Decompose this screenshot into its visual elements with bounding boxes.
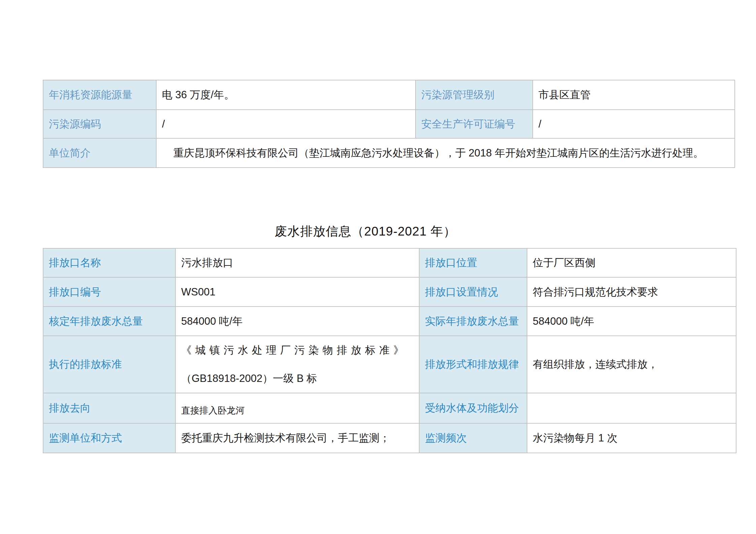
label-outlet-setup-status: 排放口设置情况	[419, 277, 527, 307]
value-annual-resource-energy-consumption: 电 36 万度/年。	[156, 80, 416, 110]
value-receiving-water-body-and-function	[527, 393, 736, 423]
value-pollution-source-management-level: 市县区直管	[533, 80, 735, 110]
wastewater-discharge-section-title: 废水排放信息（2019-2021 年）	[0, 223, 731, 240]
value-discharge-standard: 《城镇污水处理厂污染物排放标准》 （GB18918-2002）一级 B 标	[175, 336, 419, 393]
value-monitoring-frequency: 水污染物每月 1 次	[527, 423, 736, 453]
label-safety-production-license-number: 安全生产许可证编号	[416, 110, 533, 138]
label-discharge-standard: 执行的排放标准	[43, 336, 175, 393]
table-row: 监测单位和方式 委托重庆九升检测技术有限公司，手工监测； 监测频次 水污染物每月…	[43, 423, 736, 453]
table-row: 单位简介 重庆昆顶环保科技有限公司（垫江城南应急污水处理设备），于 2018 年…	[43, 138, 735, 168]
value-safety-production-license-number: /	[533, 110, 735, 138]
label-pollution-source-management-level: 污染源管理级别	[416, 80, 533, 110]
wastewater-discharge-table: 排放口名称 污水排放口 排放口位置 位于厂区西侧 排放口编号 WS001 排放口…	[43, 248, 736, 453]
value-unit-introduction: 重庆昆顶环保科技有限公司（垫江城南应急污水处理设备），于 2018 年开始对垫江…	[156, 138, 735, 168]
value-discharge-destination: 直接排入卧龙河	[175, 393, 419, 423]
value-outlet-number: WS001	[175, 277, 419, 307]
value-outlet-location: 位于厂区西侧	[527, 248, 736, 277]
table-row: 污染源编码 / 安全生产许可证编号 /	[43, 110, 735, 138]
value-monitoring-unit-and-method: 委托重庆九升检测技术有限公司，手工监测；	[175, 423, 419, 453]
label-receiving-water-body-and-function: 受纳水体及功能划分	[419, 393, 527, 423]
discharge-standard-name: 《城镇污水处理厂污染物排放标准》	[181, 343, 416, 357]
label-annual-resource-energy-consumption: 年消耗资源能源量	[43, 80, 156, 110]
label-discharge-destination: 排放去向	[43, 393, 175, 423]
unit-info-table: 年消耗资源能源量 电 36 万度/年。 污染源管理级别 市县区直管 污染源编码 …	[43, 80, 735, 168]
label-approved-annual-wastewater-total: 核定年排放废水总量	[43, 307, 175, 336]
value-pollution-source-code: /	[156, 110, 416, 138]
discharge-standard-code: （GB18918-2002）一级 B 标	[181, 371, 416, 386]
label-outlet-name: 排放口名称	[43, 248, 175, 277]
table-row: 执行的排放标准 《城镇污水处理厂污染物排放标准》 （GB18918-2002）一…	[43, 336, 736, 393]
table-row: 核定年排放废水总量 584000 吨/年 实际年排放废水总量 584000 吨/…	[43, 307, 736, 336]
value-approved-annual-wastewater-total: 584000 吨/年	[175, 307, 419, 336]
label-pollution-source-code: 污染源编码	[43, 110, 156, 138]
label-monitoring-frequency: 监测频次	[419, 423, 527, 453]
value-outlet-name: 污水排放口	[175, 248, 419, 277]
label-outlet-location: 排放口位置	[419, 248, 527, 277]
label-discharge-form-and-pattern: 排放形式和排放规律	[419, 336, 527, 393]
label-outlet-number: 排放口编号	[43, 277, 175, 307]
table-row: 排放去向 直接排入卧龙河 受纳水体及功能划分	[43, 393, 736, 423]
table-row: 排放口编号 WS001 排放口设置情况 符合排污口规范化技术要求	[43, 277, 736, 307]
label-actual-annual-wastewater-total: 实际年排放废水总量	[419, 307, 527, 336]
document-page: { "colors": { "label_bg": "#daeaf3", "la…	[0, 0, 756, 534]
table-row: 年消耗资源能源量 电 36 万度/年。 污染源管理级别 市县区直管	[43, 80, 735, 110]
label-monitoring-unit-and-method: 监测单位和方式	[43, 423, 175, 453]
value-outlet-setup-status: 符合排污口规范化技术要求	[527, 277, 736, 307]
value-discharge-form-and-pattern: 有组织排放，连续式排放，	[527, 336, 736, 393]
value-actual-annual-wastewater-total: 584000 吨/年	[527, 307, 736, 336]
label-unit-introduction: 单位简介	[43, 138, 156, 168]
table-row: 排放口名称 污水排放口 排放口位置 位于厂区西侧	[43, 248, 736, 277]
